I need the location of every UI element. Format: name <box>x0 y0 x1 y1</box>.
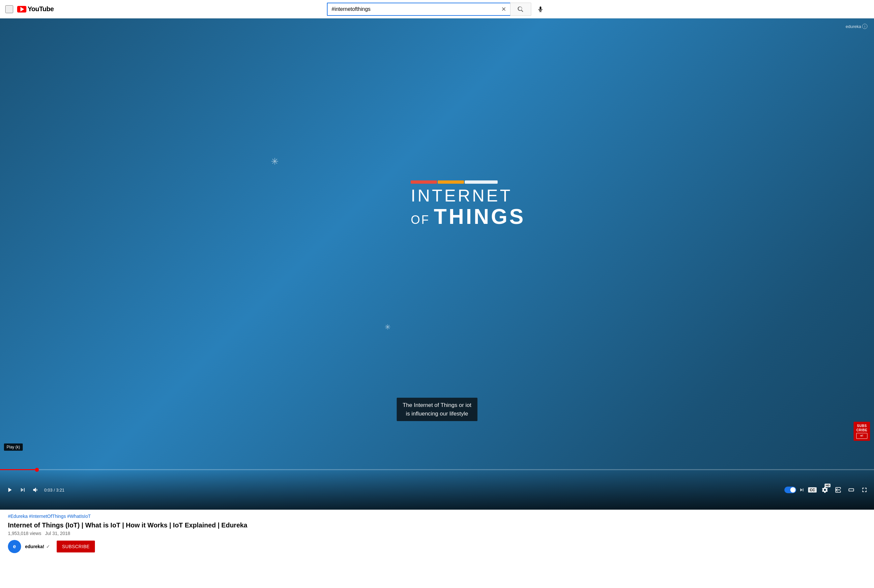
cc-label: CC <box>810 488 815 492</box>
next-icon <box>19 486 26 494</box>
view-count: 1,953,018 views <box>8 531 41 536</box>
next-button[interactable] <box>18 485 28 495</box>
volume-button[interactable] <box>31 485 41 495</box>
caption-line1: The Internet of Things or iot <box>403 401 472 410</box>
iot-things-text: THINGS <box>434 205 525 228</box>
iot-line2: OF THINGS <box>411 205 525 228</box>
volume-icon <box>32 486 39 494</box>
video-player[interactable]: edureka i ✳ ✳ INTERNET OF THINGS The Int… <box>0 18 874 510</box>
sparkle-bottom-icon: ✳ <box>385 323 391 332</box>
publish-date: Jul 31, 2018 <box>45 531 70 536</box>
channel-avatar[interactable]: e <box>8 540 21 553</box>
youtube-icon <box>17 6 26 12</box>
bar-red <box>411 180 437 184</box>
video-meta: 1,953,018 views Jul 31, 2018 <box>8 531 434 536</box>
controls-bar: 0:03 / 3:21 CC <box>0 470 874 509</box>
channel-row: e edureka! ✓ SUBSCRIBE <box>8 540 434 553</box>
fullscreen-icon <box>861 486 868 494</box>
search-submit-button[interactable] <box>510 3 531 16</box>
settings-wrapper: HD <box>820 485 830 495</box>
subscribe-button[interactable]: SUBSCRIBE <box>57 541 95 552</box>
video-main-title: Internet of Things (IoT) | What is IoT |… <box>8 521 434 530</box>
edureka-watermark: edureka i <box>845 24 867 29</box>
iot-internet-text: INTERNET <box>411 186 525 205</box>
verified-icon: ✓ <box>46 544 50 549</box>
gear-icon <box>821 486 829 494</box>
info-icon: i <box>862 24 867 29</box>
video-caption: The Internet of Things or iot is influen… <box>397 398 478 421</box>
edureka-sub-icon: e! <box>856 433 867 439</box>
subscribe-text: SUBSCRIBE <box>856 424 867 432</box>
miniplayer-icon <box>835 486 842 494</box>
time-display: 0:03 / 3:21 <box>44 488 64 492</box>
autoplay-next-icon <box>799 487 805 493</box>
hashtags[interactable]: #Edureka #InternetOfThings #WhatIsIoT <box>8 514 434 519</box>
cc-button[interactable]: CC <box>808 487 817 492</box>
sparkle-top-icon: ✳ <box>271 156 278 167</box>
bar-white <box>465 180 498 184</box>
bar-yellow <box>438 180 464 184</box>
video-title-overlay: INTERNET OF THINGS <box>411 186 525 228</box>
search-input[interactable] <box>331 6 499 12</box>
search-icon <box>517 6 524 12</box>
play-icon <box>20 7 24 12</box>
play-button[interactable] <box>5 485 15 495</box>
channel-name[interactable]: edureka! <box>25 544 44 549</box>
channel-name-row: edureka! ✓ <box>25 544 50 549</box>
iot-of-text: OF <box>411 213 430 226</box>
autoplay-track[interactable] <box>784 487 796 493</box>
search-area: ✕ <box>325 3 549 16</box>
channel-info: edureka! ✓ <box>25 544 50 549</box>
theater-mode-button[interactable] <box>846 485 856 495</box>
youtube-wordmark: YouTube <box>28 5 54 13</box>
hd-badge: HD <box>824 484 830 487</box>
search-input-wrapper: ✕ <box>327 3 510 16</box>
fullscreen-button[interactable] <box>859 485 869 495</box>
theater-icon <box>848 486 855 494</box>
header-left: YouTube <box>5 5 65 13</box>
voice-search-button[interactable] <box>534 3 547 16</box>
subscribe-watermark: SUBSCRIBE e! <box>854 422 870 441</box>
youtube-logo[interactable]: YouTube <box>17 5 54 13</box>
below-video: #Edureka #InternetOfThings #WhatIsIoT In… <box>0 510 442 553</box>
edureka-name: edureka <box>845 24 861 29</box>
time-current: 0:03 <box>44 488 53 492</box>
hamburger-menu-button[interactable] <box>5 5 13 13</box>
autoplay-knob <box>790 487 796 492</box>
play-tooltip: Play (k) <box>4 444 23 451</box>
search-form: ✕ <box>327 3 531 16</box>
miniplayer-button[interactable] <box>833 485 843 495</box>
search-clear-button[interactable]: ✕ <box>499 5 507 13</box>
caption-line2: is influencing our lifestyle <box>403 410 472 418</box>
video-background: edureka i ✳ ✳ INTERNET OF THINGS The Int… <box>0 18 874 510</box>
time-total: 3:21 <box>56 488 64 492</box>
microphone-icon <box>537 6 544 12</box>
title-group: INTERNET OF THINGS <box>411 180 525 228</box>
color-bars <box>411 180 525 184</box>
play-icon <box>6 486 13 494</box>
header: YouTube ✕ <box>0 0 874 18</box>
autoplay-toggle[interactable] <box>784 487 805 493</box>
